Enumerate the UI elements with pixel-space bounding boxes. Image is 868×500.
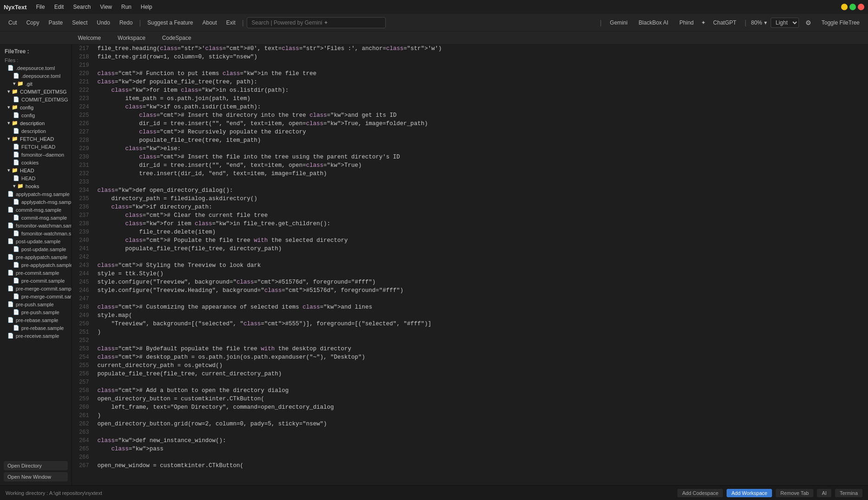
menu-file[interactable]: File <box>32 2 50 12</box>
tree-item[interactable]: ▾ 📁HEAD <box>0 166 71 174</box>
code-line: current_directory_path = os.getcwd() <box>97 361 863 370</box>
line-number: 248 <box>76 303 89 311</box>
tree-item[interactable]: 📄fsmonitor-watchman.s <box>0 229 71 237</box>
tree-item[interactable]: 📄post-update.sample <box>0 237 71 245</box>
tree-item[interactable]: 📄pre-push.sample <box>0 300 71 308</box>
code-line <box>97 253 863 261</box>
search-input[interactable] <box>247 17 386 28</box>
file-label: HEAD <box>20 168 34 173</box>
nav-codespace[interactable]: CodeSpace <box>159 33 195 43</box>
code-line: open_new_window = customtkinter.CTkButto… <box>97 462 863 470</box>
file-label: FETCH_HEAD <box>21 144 55 150</box>
tree-item[interactable]: ▾ 📁.git <box>0 80 71 88</box>
tree-item[interactable]: 📄pre-commit.sample <box>0 277 71 285</box>
line-number: 263 <box>76 428 89 437</box>
remove-tab-button[interactable]: Remove Tab <box>776 489 814 497</box>
add-codespace-button[interactable]: Add Codespace <box>677 489 723 497</box>
tree-item[interactable]: 📄pre-applypatch.sample <box>0 253 71 261</box>
tree-item[interactable]: 📄pre-rebase.sample <box>0 324 71 332</box>
tree-item[interactable]: 📄COMMIT_EDITMSG <box>0 95 71 103</box>
tree-item[interactable]: 📄pre-merge-commit.sample <box>0 285 71 292</box>
open-directory-button[interactable]: Open Directory <box>4 461 68 470</box>
tree-item[interactable]: 📄description <box>0 127 71 135</box>
menu-help[interactable]: Help <box>136 2 157 12</box>
close-button[interactable] <box>858 4 864 10</box>
tree-item[interactable]: 📄commit-msg.sample <box>0 206 71 214</box>
paste-button[interactable]: Paste <box>45 18 67 28</box>
blackbox-button[interactable]: BlackBox AI <box>635 18 672 27</box>
code-line: dir_id = tree.insert("", "end", text=ite… <box>97 120 863 128</box>
code-line: class="cmt"># Add a button to open the d… <box>97 386 863 395</box>
menu-edit[interactable]: Edit <box>50 2 69 12</box>
chatgpt-button[interactable]: ChatGPT <box>709 18 740 27</box>
tree-item[interactable]: ▾ 📁FETCH_HEAD <box>0 135 71 143</box>
ai-button[interactable]: AI <box>817 489 831 497</box>
code-container[interactable]: 2172182192202212222232242252262272282292… <box>72 44 868 485</box>
tree-item[interactable]: 📄fsmonitor-watchman.sample <box>0 222 71 229</box>
tree-item[interactable]: 📄pre-applypatch.sample <box>0 261 71 269</box>
sidebar-actions: Open Directory Open New Window <box>0 457 71 485</box>
phind-button[interactable]: Phind <box>676 18 697 27</box>
tree-item[interactable]: 📄applypatch-msg.sample <box>0 190 71 198</box>
redo-button[interactable]: Redo <box>115 18 136 28</box>
file-icon: 📄 <box>7 285 14 291</box>
file-icon: 📄 <box>7 270 14 276</box>
tree-item[interactable]: ▾ 📁COMMIT_EDITMSG <box>0 88 71 95</box>
suggest-button[interactable]: Suggest a Feature <box>144 18 197 28</box>
tree-item[interactable]: ▾ 📁hooks <box>0 182 71 190</box>
tree-item[interactable]: ▾ 📁description <box>0 119 71 127</box>
nav-workspace[interactable]: Workspace <box>114 33 149 43</box>
exit-button[interactable]: Exit <box>223 18 239 28</box>
open-new-window-button[interactable]: Open New Window <box>4 472 68 481</box>
file-icon: 📄 <box>13 325 19 331</box>
undo-button[interactable]: Undo <box>93 18 114 28</box>
minimize-button[interactable] <box>841 4 848 10</box>
menu-view[interactable]: View <box>96 2 117 12</box>
tree-item[interactable]: ▾ 📁config <box>0 103 71 111</box>
code-line: class="cmt"># Recursively populate the d… <box>97 128 863 136</box>
cut-button[interactable]: Cut <box>5 18 21 28</box>
tree-item[interactable]: 📄.deepsource.toml <box>0 72 71 80</box>
nav-welcome[interactable]: Welcome <box>74 33 105 43</box>
settings-gear-icon[interactable]: ⚙ <box>803 18 814 28</box>
tree-item[interactable]: 📄pre-receive.sample <box>0 332 71 340</box>
code-line: ) <box>97 328 863 336</box>
about-button[interactable]: About <box>199 18 221 28</box>
tree-item[interactable]: 📄post-update.sample <box>0 245 71 253</box>
gemini-button[interactable]: Gemini <box>606 18 631 27</box>
tree-item[interactable]: 📄cookies <box>0 158 71 166</box>
tree-item[interactable]: 📄applypatch-msg.sample <box>0 198 71 206</box>
file-icon: ▾ 📁 <box>7 167 18 173</box>
tree-item[interactable]: 📄pre-rebase.sample <box>0 316 71 324</box>
code-line: class="kw">else: <box>97 145 863 153</box>
add-workspace-button[interactable]: Add Workspace <box>727 489 772 497</box>
select-button[interactable]: Select <box>68 18 91 28</box>
line-number: 267 <box>76 462 89 470</box>
zoom-chevron-icon[interactable]: ▾ <box>764 19 767 26</box>
file-icon: 📄 <box>7 207 14 213</box>
tree-item[interactable]: 📄commit-msg.sample <box>0 214 71 222</box>
tree-item[interactable]: 📄HEAD <box>0 174 71 182</box>
tree-item[interactable]: 📄fsmonitor--daemon <box>0 151 71 158</box>
menu-search[interactable]: Search <box>69 2 96 12</box>
copy-button[interactable]: Copy <box>23 18 43 28</box>
editor-area: 2172182192202212222232242252262272282292… <box>72 44 868 485</box>
file-label: pre-commit.sample <box>21 278 65 284</box>
menu-run[interactable]: Run <box>116 2 136 12</box>
tree-item[interactable]: 📄pre-merge-commit.sam <box>0 292 71 300</box>
line-number: 255 <box>76 361 89 370</box>
tree-item[interactable]: 📄pre-commit.sample <box>0 269 71 277</box>
toggle-filetree-button[interactable]: Toggle FileTree <box>818 18 863 28</box>
tree-item[interactable]: 📄.deepsource.toml <box>0 64 71 72</box>
tree-item[interactable]: 📄pre-push.sample <box>0 308 71 316</box>
code-content[interactable]: file_tree.heading(class="str">'class="cm… <box>93 44 868 485</box>
theme-select[interactable]: Light Dark <box>771 18 799 28</box>
tree-item[interactable]: 📄FETCH_HEAD <box>0 143 71 151</box>
tree-item[interactable]: 📄config <box>0 111 71 119</box>
maximize-button[interactable] <box>849 4 856 10</box>
line-number: 256 <box>76 370 89 378</box>
file-icon: 📄 <box>13 96 19 102</box>
code-line: style.map( <box>97 311 863 320</box>
file-label: pre-rebase.sample <box>16 317 58 323</box>
terminal-button[interactable]: Termina <box>835 489 862 497</box>
